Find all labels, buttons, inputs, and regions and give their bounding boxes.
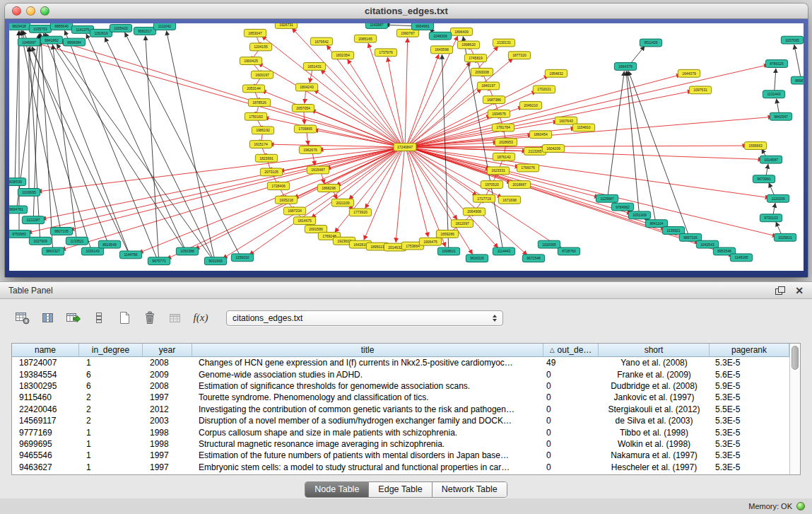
merge-table-icon[interactable] [167,310,184,326]
table-row[interactable]: 977716911998Corpus callosum shape and si… [12,426,789,438]
delete-table-icon[interactable] [141,310,158,326]
tab-edge-table[interactable]: Edge Table [369,482,432,497]
close-panel-icon[interactable]: ✕ [795,286,804,296]
graph-edge[interactable] [304,112,305,124]
graph-edge[interactable] [312,153,315,165]
graph-edge[interactable] [405,38,407,144]
column-header-in_degree[interactable]: in_degree [79,344,143,357]
cell-in_degree: 6 [79,381,143,391]
graph-edge[interactable] [311,110,399,146]
graph-edge[interactable] [776,222,782,235]
graph-node-label: 1133521 [70,240,83,243]
graph-edge[interactable] [766,164,768,175]
table-row[interactable]: 946554611997Estimation of the future num… [12,450,789,461]
graph-edge[interactable] [411,147,763,159]
graph-edge[interactable] [442,54,448,247]
graph-edge[interactable] [65,30,157,257]
column-header-out_degree[interactable]: △out_de… [543,344,599,357]
graph-edge[interactable] [314,130,399,146]
graph-node-label: 1702021 [537,88,551,91]
graph-edge[interactable] [326,45,401,144]
column-header-name[interactable]: name [12,344,79,357]
cell-title: Tourette syndrome. Phenomenology and cla… [192,392,543,402]
column-header-year[interactable]: year [143,344,192,357]
graph-edge[interactable] [310,70,312,83]
graph-node-label: 1954832 [549,72,563,76]
graph-edge[interactable] [314,90,399,145]
graph-edge[interactable] [777,99,779,113]
float-panel-icon[interactable] [775,286,785,295]
network-canvas[interactable]: 1724084718530471204155190042516001972053… [9,23,804,271]
create-table-icon[interactable] [116,310,133,326]
import-table-icon[interactable] [65,310,82,326]
graph-edge[interactable] [411,148,770,198]
tab-node-table[interactable]: Node Table [305,482,369,497]
graph-node-label: 9842547 [774,115,788,119]
graph-edge[interactable] [630,46,645,64]
graph-node-label: 1600197 [255,74,269,77]
graph-edge[interactable] [794,45,801,77]
table-settings-icon[interactable] [14,310,31,326]
graph-edge[interactable] [769,183,775,196]
graph-edge[interactable] [411,91,536,146]
cell-title: Estimation of significance thresholds fo… [192,381,543,391]
network-graph-svg[interactable]: 1724084718530471204155190042516001972053… [9,23,804,271]
cell-in_degree: 1 [79,428,143,438]
graph-edge[interactable] [335,150,401,233]
cell-out_degree: 0 [543,416,599,426]
graph-edge[interactable] [409,62,471,145]
graph-edge[interactable] [628,71,688,234]
graph-edge[interactable] [70,148,399,230]
table-scrollbar-thumb[interactable] [792,346,799,370]
table-row[interactable]: 911546021997Tourette syndrome. Phenomeno… [12,392,789,403]
graph-edge[interactable] [407,54,439,144]
graph-node-label: 8898769 [795,79,804,83]
graph-edge[interactable] [775,69,776,91]
graph-edge[interactable] [364,150,402,240]
table-row[interactable]: 1938455462009Genome-wide association stu… [12,368,789,380]
graph-edge[interactable] [305,90,306,103]
graph-edge[interactable] [15,31,18,178]
row-selection-icon[interactable] [90,310,107,326]
table-scrollbar[interactable] [789,344,800,474]
table-row[interactable]: 1830029562008Estimation of significance … [12,380,789,392]
graph-edge[interactable] [411,65,769,146]
graph-edge[interactable] [28,148,399,233]
window-titlebar[interactable]: citations_edges.txt [5,4,808,19]
table-row[interactable]: 2242004622012Investigating the contribut… [12,404,789,415]
node-table: namein_degreeyeartitle△out_de…shortpager… [11,343,801,475]
column-header-pagerank[interactable]: pagerank [710,344,789,357]
column-header-title[interactable]: title [192,344,543,357]
function-builder-icon[interactable]: f(x) [192,310,209,326]
graph-node-label: 8728760 [562,250,576,253]
graph-edge[interactable] [411,146,747,147]
minimize-window-button[interactable] [26,6,35,16]
graph-edge[interactable] [307,132,308,145]
graph-edge[interactable] [146,36,159,258]
table-row[interactable]: 946362711997Embryonic stem cells: a mode… [12,462,789,473]
graph-edge[interactable] [42,148,399,219]
show-column-icon[interactable] [40,310,57,326]
tab-network-table[interactable]: Network Table [433,482,507,497]
graph-edge[interactable] [387,57,404,144]
graph-edge[interactable] [105,37,213,258]
graph-node-label: 9897326 [683,236,698,240]
close-window-button[interactable] [12,6,21,16]
graph-node-label: 17240847 [397,146,413,149]
graph-edge[interactable] [37,148,399,192]
graph-edge[interactable] [626,71,639,212]
zoom-window-button[interactable] [40,6,49,16]
graph-edge[interactable] [348,59,401,144]
graph-edge[interactable] [349,149,400,199]
table-row[interactable]: 1872400712008Changes of HCN gene express… [12,357,789,368]
graph-edge[interactable] [269,144,399,147]
network-table-select[interactable]: citations_edges.txt [226,310,503,326]
column-header-short[interactable]: short [599,344,710,357]
graph-edge[interactable] [773,203,775,214]
graph-edge[interactable] [319,147,399,150]
graph-node-label: 9829428 [12,25,26,28]
graph-edge[interactable] [22,30,91,247]
table-row[interactable]: 969969511998Structural magnetic resonanc… [12,438,789,450]
table-row[interactable]: 1456911722003Disruption of a novel membe… [12,415,789,426]
graph-edge[interactable] [396,151,404,243]
